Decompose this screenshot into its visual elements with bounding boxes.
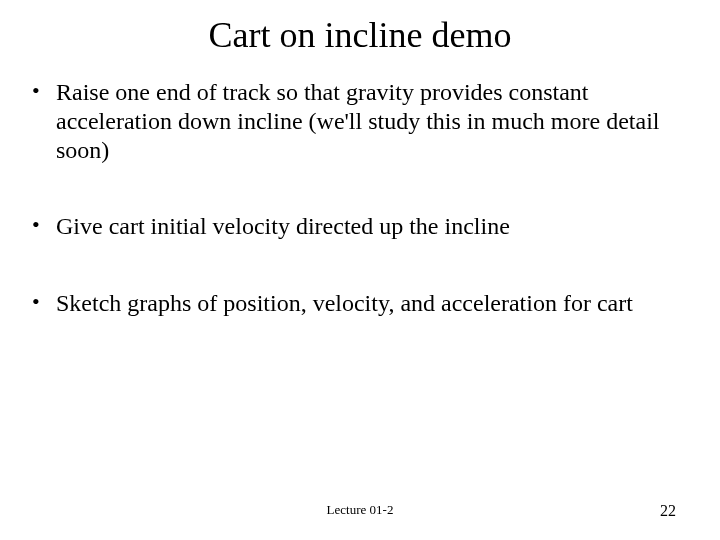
footer-page-number: 22: [660, 502, 676, 520]
bullet-item: Sketch graphs of position, velocity, and…: [28, 289, 692, 318]
bullet-item: Give cart initial velocity directed up t…: [28, 212, 692, 241]
bullet-list: Raise one end of track so that gravity p…: [28, 78, 692, 318]
slide-title: Cart on incline demo: [0, 0, 720, 56]
bullet-item: Raise one end of track so that gravity p…: [28, 78, 692, 164]
slide: Cart on incline demo Raise one end of tr…: [0, 0, 720, 540]
slide-body: Raise one end of track so that gravity p…: [0, 56, 720, 318]
footer-lecture-label: Lecture 01-2: [0, 502, 720, 518]
